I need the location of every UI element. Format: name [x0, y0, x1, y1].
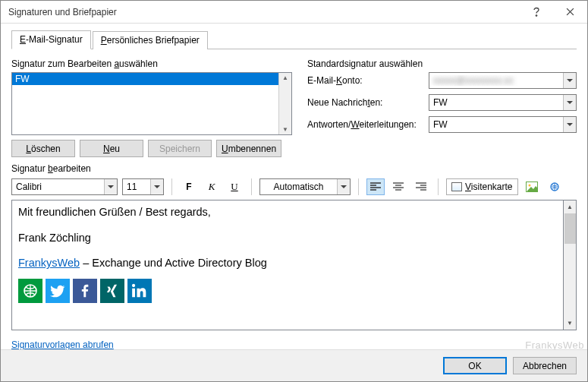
ok-button[interactable]: OK	[443, 357, 507, 374]
rename-button[interactable]: Umbenennen	[216, 140, 281, 157]
close-button[interactable]	[553, 1, 587, 23]
toolbar-separator	[251, 178, 252, 195]
help-button[interactable]	[519, 1, 553, 23]
tab-strip: E-Mail-Signatur Persönliches Briefpapier	[11, 30, 577, 49]
social-icons	[18, 279, 557, 303]
font-combo[interactable]: Calibri	[11, 178, 118, 195]
new-messages-combo[interactable]: FW	[429, 94, 577, 111]
website-icon[interactable]	[18, 279, 42, 303]
account-value: xxxxx@xxxxxxxx.xx	[429, 75, 563, 86]
account-label: E-Mail-Konto:	[307, 75, 429, 86]
business-card-button[interactable]: Visitenkarte	[446, 178, 518, 195]
title-bar: Signaturen und Briefpapier	[1, 1, 587, 24]
replies-combo[interactable]: FW	[429, 116, 577, 133]
tab-email-signature[interactable]: E-Mail-Signatur	[11, 30, 91, 49]
tab-email-underline: E	[20, 34, 26, 45]
tab-email-label: -Mail-Signatur	[26, 34, 83, 45]
chevron-down-icon	[337, 179, 350, 194]
insert-hyperlink-button[interactable]	[546, 178, 564, 195]
new-messages-value: FW	[429, 97, 563, 108]
scrollbar-thumb[interactable]	[564, 213, 576, 244]
align-left-button[interactable]	[366, 178, 385, 195]
chevron-down-icon	[563, 117, 576, 132]
font-size-combo[interactable]: 11	[122, 178, 164, 195]
signature-listbox[interactable]: FW ▲ ▼	[11, 72, 292, 135]
font-color-value: Automatisch	[260, 182, 337, 192]
font-value: Calibri	[12, 182, 104, 192]
facebook-icon[interactable]	[73, 279, 97, 303]
editor-line: FrankysWeb – Exchange und Active Directo…	[18, 256, 557, 271]
window-title: Signaturen und Briefpapier	[8, 7, 519, 17]
listbox-scrollbar[interactable]: ▲ ▼	[278, 73, 291, 134]
editor-scrollbar[interactable]: ▲ ▼	[564, 200, 577, 330]
replies-value: FW	[429, 119, 563, 130]
xing-icon[interactable]	[100, 279, 124, 303]
tab-stationery-label: ersönliches Briefpapier	[107, 35, 200, 46]
dialog-footer: OK Abbrechen	[1, 349, 587, 381]
align-right-button[interactable]	[412, 178, 430, 195]
font-size-value: 11	[123, 182, 150, 192]
scroll-up-icon: ▲	[282, 73, 288, 83]
default-signature-label: Standardsignatur auswählen	[307, 58, 577, 69]
dialog-content: E-Mail-Signatur Persönliches Briefpapier…	[1, 24, 587, 349]
account-combo[interactable]: xxxxx@xxxxxxxx.xx	[429, 72, 577, 89]
upper-row: Signatur zum Bearbeiten auswählen FW ▲ ▼…	[11, 55, 577, 157]
save-button: Speichern	[148, 140, 212, 157]
default-signature-group: Standardsignatur auswählen E-Mail-Konto:…	[307, 55, 577, 157]
signature-select-label: Signatur zum Bearbeiten auswählen	[11, 58, 292, 69]
signature-buttons: Löschen Neu Speichern Umbenennen	[11, 140, 292, 157]
tab-personal-stationery[interactable]: Persönliches Briefpapier	[93, 31, 208, 49]
tab-stationery-underline: P	[101, 35, 107, 46]
linkedin-icon[interactable]	[127, 279, 152, 303]
delete-button[interactable]: Löschen	[11, 140, 75, 157]
twitter-icon[interactable]	[46, 279, 70, 303]
get-templates-link[interactable]: Signaturvorlagen abrufen	[11, 339, 114, 350]
scroll-down-icon: ▼	[564, 317, 576, 330]
replies-row: Antworten/Weiterleitungen: FW	[307, 116, 577, 133]
signature-item-selected[interactable]: FW	[12, 73, 278, 85]
chevron-down-icon	[104, 179, 117, 194]
new-messages-label: Neue Nachrichten:	[307, 97, 429, 108]
align-center-button[interactable]	[389, 178, 407, 195]
bold-button[interactable]: F	[180, 178, 198, 195]
editor-line: Frank Zöchling	[18, 231, 557, 246]
blog-link[interactable]: FrankysWeb	[18, 257, 80, 269]
signature-select-group: Signatur zum Bearbeiten auswählen FW ▲ ▼…	[11, 55, 292, 157]
account-row: E-Mail-Konto: xxxxx@xxxxxxxx.xx	[307, 72, 577, 89]
card-icon	[451, 182, 462, 191]
svg-point-0	[536, 14, 537, 16]
editor-toolbar: Calibri 11 F K U Automatisch Visitenkart…	[11, 178, 577, 195]
scroll-up-icon: ▲	[564, 200, 576, 213]
toolbar-separator	[358, 178, 359, 195]
chevron-down-icon	[563, 73, 576, 88]
font-color-combo[interactable]: Automatisch	[259, 178, 351, 195]
underline-button[interactable]: U	[225, 178, 244, 195]
toolbar-separator	[438, 178, 439, 195]
svg-point-2	[528, 185, 530, 187]
scroll-down-icon: ▼	[282, 125, 288, 134]
new-button[interactable]: Neu	[80, 140, 143, 157]
editor-wrap: Mit freundlichen Grüßen / Best regards, …	[11, 200, 577, 330]
edit-signature-label: Signatur bearbeiten	[11, 163, 577, 174]
chevron-down-icon	[150, 179, 163, 194]
replies-label: Antworten/Weiterleitungen:	[307, 119, 429, 130]
templates-link-row: Signaturvorlagen abrufen	[11, 339, 577, 350]
toolbar-separator	[171, 178, 172, 195]
new-messages-row: Neue Nachrichten: FW	[307, 94, 577, 111]
signature-editor[interactable]: Mit freundlichen Grüßen / Best regards, …	[11, 200, 564, 330]
editor-line: Mit freundlichen Grüßen / Best regards,	[18, 205, 557, 220]
insert-picture-button[interactable]	[523, 178, 541, 195]
italic-button[interactable]: K	[203, 178, 221, 195]
cancel-button[interactable]: Abbrechen	[513, 357, 577, 374]
signature-list-inner: FW	[12, 73, 278, 134]
chevron-down-icon	[563, 95, 576, 110]
